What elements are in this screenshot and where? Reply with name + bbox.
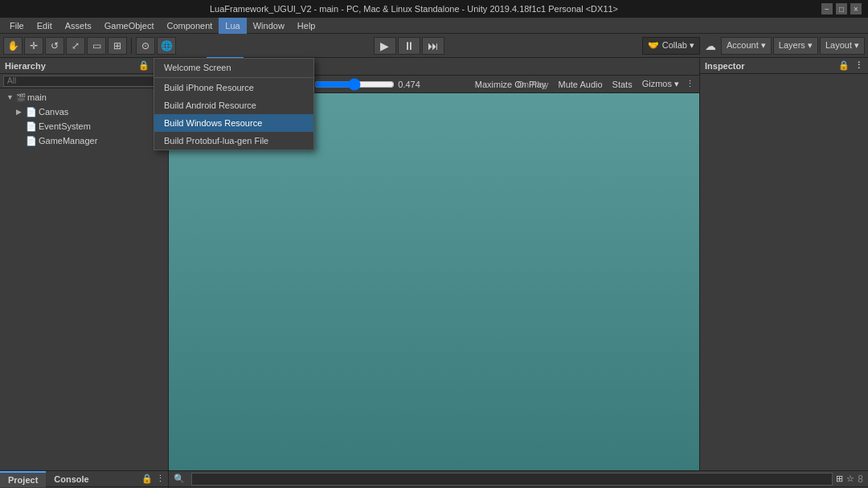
dropdown-build-protobuf[interactable]: Build Protobuf-lua-gen File — [154, 132, 313, 150]
maximize-button[interactable]: □ — [836, 3, 847, 14]
eventsystem-label: EventSystem — [39, 121, 91, 131]
title-bar: LuaFramework_UGUI_V2 - main - PC, Mac & … — [0, 0, 868, 18]
global-button[interactable]: 🌐 — [157, 37, 176, 55]
canvas-icon: 📄 — [26, 107, 37, 117]
inspector-menu-icon[interactable]: ⋮ — [854, 60, 863, 71]
layers-dropdown[interactable]: Layers ▾ — [773, 37, 818, 55]
dropdown-divider1 — [154, 77, 313, 78]
assets-toolbar: 🔍 ⊞ ☆ 8 — [169, 471, 868, 487]
assets-icon3[interactable]: 8 — [858, 474, 863, 485]
scale-tool-button[interactable]: ⤢ — [66, 37, 85, 55]
rect-tool-button[interactable]: ▭ — [87, 37, 106, 55]
hierarchy-body: ▼ 🎬 main ▶ 📄 Canvas 📄 EventSystem 📄 Game… — [0, 88, 168, 470]
account-label: Account ▾ — [727, 40, 766, 51]
cloud-icon: ☁ — [705, 39, 716, 52]
move-tool-button[interactable]: ✛ — [24, 37, 43, 55]
hierarchy-search-input[interactable] — [3, 76, 165, 87]
menu-file[interactable]: File — [3, 18, 31, 34]
gamemanager-icon: 📄 — [26, 136, 37, 146]
hierarchy-item-eventsystem[interactable]: 📄 EventSystem — [0, 119, 168, 133]
dropdown-build-iphone[interactable]: Build iPhone Resource — [154, 79, 313, 96]
pause-button[interactable]: ⏸ — [398, 37, 420, 55]
hierarchy-panel: Hierarchy 🔒 ⋮ ▼ 🎬 main ▶ 📄 Canvas 📄 Even… — [0, 58, 169, 470]
dropdown-build-android[interactable]: Build Android Resource — [154, 96, 313, 114]
dropdown-welcome-screen[interactable]: Welcome Screen — [154, 59, 313, 76]
assets-label: 🔍 — [174, 474, 185, 484]
menu-edit[interactable]: Edit — [31, 18, 59, 34]
pivot-button[interactable]: ⊙ — [136, 37, 155, 55]
layout-dropdown[interactable]: Layout ▾ — [820, 37, 865, 55]
gizmos-button[interactable]: Gizmos ▾ — [642, 79, 679, 89]
hierarchy-header: Hierarchy 🔒 ⋮ — [0, 58, 168, 74]
project-menu-icon[interactable]: ⋮ — [156, 471, 168, 486]
close-button[interactable]: × — [850, 3, 862, 14]
hierarchy-lock-icon: 🔒 — [138, 60, 149, 71]
hierarchy-title: Hierarchy — [5, 61, 46, 71]
project-tabs: Project Console 🔒 ⋮ — [0, 471, 168, 487]
canvas-label: Canvas — [39, 107, 68, 117]
scene-menu-icon[interactable]: ⋮ — [686, 79, 694, 89]
dropdown-menu: Welcome Screen Build iPhone Resource Bui… — [154, 58, 314, 150]
eventsystem-icon: 📄 — [26, 121, 37, 132]
inspector-body — [700, 74, 868, 470]
dropdown-build-windows[interactable]: Build Windows Resource — [154, 114, 313, 132]
arrow-main: ▼ — [6, 93, 14, 101]
project-panel: Project Console 🔒 ⋮ + ▼ 📁 Scripts 📁 Comm… — [0, 471, 169, 488]
inspector-header: Inspector 🔒 ⋮ — [700, 58, 868, 74]
scale-slider[interactable] — [314, 78, 395, 91]
menu-gameobject[interactable]: GameObject — [98, 18, 161, 34]
menu-window[interactable]: Window — [247, 18, 291, 34]
toolbar: ✋ ✛ ↺ ⤢ ▭ ⊞ ⊙ 🌐 ▶ ⏸ ⏭ 🤝 Collab ▾ ☁ Accou… — [0, 34, 868, 58]
account-dropdown[interactable]: Account ▾ — [721, 37, 772, 55]
assets-icon2[interactable]: ☆ — [846, 474, 854, 484]
collab-button[interactable]: 🤝 Collab ▾ — [642, 37, 700, 55]
title-text: LuaFramework_UGUI_V2 - main - PC, Mac & … — [6, 4, 821, 14]
menu-bar: File Edit Assets GameObject Component Lu… — [0, 18, 868, 34]
tab-project[interactable]: Project — [0, 471, 46, 487]
tab-console[interactable]: Console — [46, 471, 96, 487]
project-lock-icon: 🔒 — [141, 471, 156, 486]
mute-audio-button[interactable]: Mute Audio — [559, 80, 603, 89]
menu-lua[interactable]: Lua — [219, 18, 246, 34]
rotate-tool-button[interactable]: ↺ — [45, 37, 64, 55]
bottom-layout: Project Console 🔒 ⋮ + ▼ 📁 Scripts 📁 Comm… — [0, 470, 868, 488]
assets-icon1[interactable]: ⊞ — [836, 474, 843, 484]
minimize-button[interactable]: − — [821, 3, 833, 14]
step-button[interactable]: ⏭ — [422, 37, 444, 55]
hierarchy-item-canvas[interactable]: ▶ 📄 Canvas — [0, 105, 168, 119]
inspector-panel: Inspector 🔒 ⋮ — [699, 58, 868, 470]
hand-tool-button[interactable]: ✋ — [3, 37, 23, 55]
main-layout: Hierarchy 🔒 ⋮ ▼ 🎬 main ▶ 📄 Canvas 📄 Even… — [0, 58, 868, 470]
assets-panel: 🔍 ⊞ ☆ 8 Assets › LuaFramework › Scripts … — [169, 471, 868, 488]
main-label: main — [27, 92, 47, 102]
collab-icon: 🤝 — [648, 40, 659, 51]
toolbar-sep1 — [131, 38, 132, 54]
layout-label: Layout ▾ — [825, 40, 859, 51]
title-controls: − □ × — [821, 3, 862, 14]
play-button[interactable]: ▶ — [374, 37, 396, 55]
on-play-label: On Play — [517, 80, 548, 89]
stats-button[interactable]: Stats — [612, 80, 633, 89]
hierarchy-item-gamemanager[interactable]: 📄 GameManager — [0, 133, 168, 148]
menu-assets[interactable]: Assets — [59, 18, 98, 34]
transform-tool-button[interactable]: ⊞ — [108, 37, 127, 55]
inspector-title: Inspector — [705, 61, 745, 71]
hierarchy-item-main[interactable]: ▼ 🎬 main — [0, 90, 168, 105]
main-icon: 🎬 — [16, 93, 26, 102]
collab-label: Collab ▾ — [662, 40, 694, 51]
menu-help[interactable]: Help — [291, 18, 322, 34]
layers-label: Layers ▾ — [779, 40, 813, 51]
scale-value: 0.474 — [398, 80, 420, 89]
arrow-canvas: ▶ — [16, 108, 24, 116]
gamemanager-label: GameManager — [39, 136, 97, 146]
menu-component[interactable]: Component — [160, 18, 219, 34]
assets-search-input[interactable] — [191, 473, 833, 486]
inspector-lock-icon: 🔒 — [838, 60, 850, 71]
